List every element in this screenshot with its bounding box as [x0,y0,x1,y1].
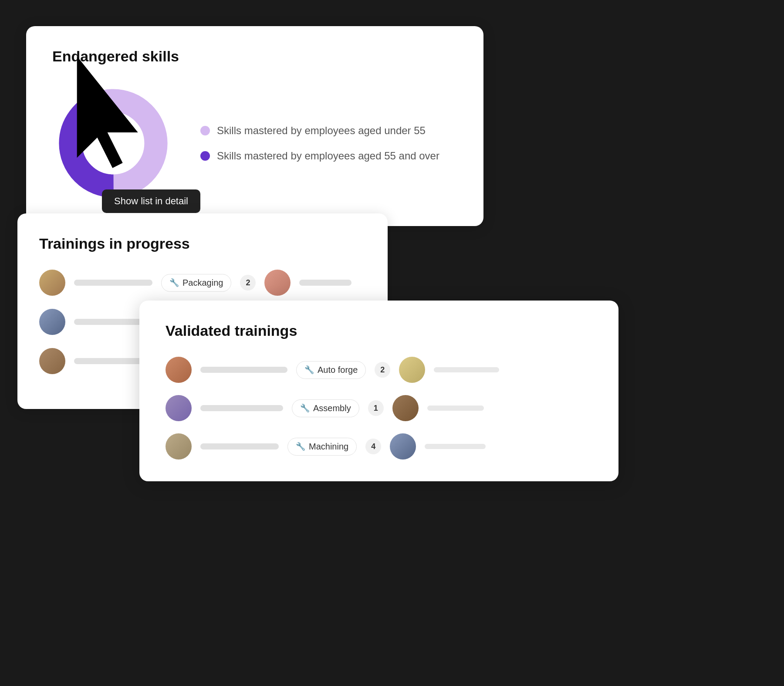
tooltip-show-list[interactable]: Show list in detail [102,189,200,213]
validated-trainings-card: Validated trainings 🔧 Auto forge 2 🔧 Ass… [139,301,618,481]
count-badge: 2 [375,362,390,378]
count-badge: 1 [368,400,384,416]
donut-chart-wrapper[interactable]: Show list in detail [52,82,174,204]
count-badge: 4 [365,439,381,454]
cursor-icon [57,56,179,178]
trainings-title: Trainings in progress [39,235,366,252]
avatar [166,395,192,421]
avatar [390,433,416,460]
table-row: 🔧 Machining 4 [166,433,592,460]
name-bar [200,443,279,449]
bar-right [427,406,484,411]
wrench-icon: 🔧 [296,442,305,451]
avatar [392,395,419,421]
name-bar [74,319,148,325]
avatar [166,357,192,383]
wrench-icon: 🔧 [300,403,310,413]
chart-legend: Skills mastered by employees aged under … [200,125,439,162]
table-row: 🔧 Auto forge 2 [166,357,592,383]
name-bar [200,367,287,373]
legend-item-under55: Skills mastered by employees aged under … [200,125,439,137]
wrench-icon: 🔧 [169,278,179,287]
skill-badge-assembly: 🔧 Assembly [292,399,359,417]
avatar [399,357,425,383]
name-bar [74,280,152,286]
skill-badge-autoforge: 🔧 Auto forge [296,361,366,379]
avatar [264,270,291,296]
bar-right [299,280,351,286]
avatar [166,433,192,460]
avatar [39,348,65,374]
legend-dot-under55 [200,126,210,135]
legend-item-over55: Skills mastered by employees aged 55 and… [200,150,439,162]
legend-dot-over55 [200,151,210,161]
bar-right [434,367,499,372]
table-row: 🔧 Packaging 2 [39,270,366,296]
endangered-content: Show list in detail Skills mastered by e… [52,82,457,204]
endangered-skills-card: Endangered skills Show list in detail [26,26,483,226]
avatar [39,270,65,296]
bar-right [425,444,486,449]
avatar [39,309,65,335]
skill-badge-packaging: 🔧 Packaging [161,274,231,292]
wrench-icon: 🔧 [304,365,314,375]
count-badge: 2 [240,275,256,291]
skill-badge-machining: 🔧 Machining [287,438,357,456]
table-row: 🔧 Assembly 1 [166,395,592,421]
validated-title: Validated trainings [166,322,592,339]
name-bar [200,405,283,411]
